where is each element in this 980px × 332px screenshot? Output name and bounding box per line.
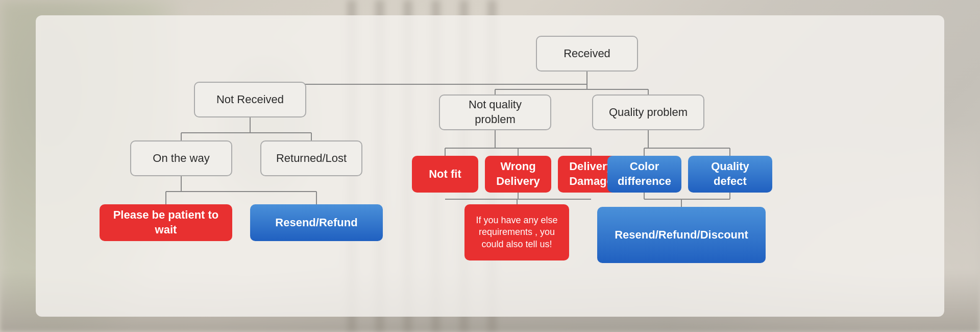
please-wait-node: Please be patient to wait xyxy=(100,204,232,241)
resend-refund-node: Resend/Refund xyxy=(250,204,383,241)
not-received-node: Not Received xyxy=(194,82,306,117)
resend-refund-discount-node: Resend/Refund/Discount xyxy=(597,207,766,263)
color-diff-node: Color difference xyxy=(607,156,681,193)
returned-lost-node: Returned/Lost xyxy=(260,140,362,176)
main-card: Not Received On the way Returned/Lost Pl… xyxy=(36,15,944,317)
flowchart: Not Received On the way Returned/Lost Pl… xyxy=(36,15,944,317)
not-quality-node: Not quality problem xyxy=(439,94,551,130)
on-the-way-node: On the way xyxy=(130,140,232,176)
if-requirements-node: If you have any else requirements , you … xyxy=(464,204,569,260)
received-node: Received xyxy=(536,36,638,72)
wrong-delivery-node: Wrong Delivery xyxy=(485,156,551,193)
quality-defect-node: Quality defect xyxy=(688,156,772,193)
quality-problem-node: Quality problem xyxy=(592,94,704,130)
not-fit-node: Not fit xyxy=(412,156,478,193)
